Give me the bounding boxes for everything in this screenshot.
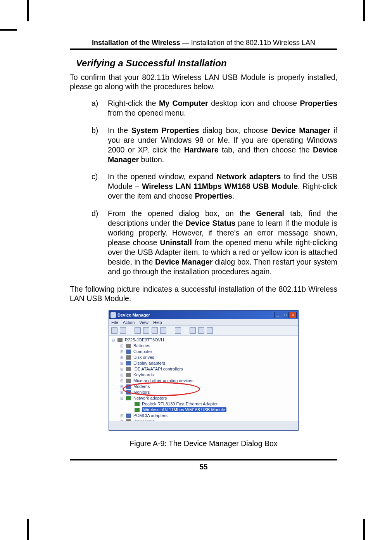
- tree-item[interactable]: ⊞Batteries: [111, 343, 296, 349]
- device-icon: [126, 390, 131, 395]
- page-header: Installation of the Wireless — Installat…: [70, 39, 337, 50]
- tree-item[interactable]: ⊞Display adapters: [111, 360, 296, 366]
- device-tree-pane: ⊟R225-JOE3TT3OVH⊞Batteries⊞Computer⊞Disk…: [109, 336, 298, 421]
- menubar: File Action View Help: [109, 319, 298, 326]
- device-icon: [135, 408, 140, 412]
- menu-action[interactable]: Action: [123, 320, 135, 325]
- tree-item-label: Network adapters: [133, 396, 167, 400]
- list-content: From the opened dialog box, on the Gener…: [108, 209, 337, 277]
- device-icon: [126, 367, 131, 371]
- list-content: Right-click the My Computer desktop icon…: [108, 99, 337, 118]
- properties-icon[interactable]: [143, 327, 149, 334]
- menu-view[interactable]: View: [139, 320, 149, 325]
- tree-item-label: Disk drives: [133, 355, 154, 360]
- device-icon: [126, 379, 131, 383]
- tree-item[interactable]: ⊞IDE ATA/ATAPI controllers: [111, 366, 296, 372]
- outro-paragraph: The following picture indicates a succes…: [70, 284, 337, 303]
- device-icon: [126, 361, 131, 365]
- tree-item[interactable]: Realtek RTL8139 Fast Ethernet Adapter: [111, 401, 296, 407]
- tree-item-label: Monitors: [133, 390, 150, 395]
- list-item: d)From the opened dialog box, on the Gen…: [92, 209, 337, 277]
- list-marker: a): [92, 99, 102, 118]
- menu-file[interactable]: File: [111, 320, 118, 325]
- list-item: c)In the opened window, expand Network a…: [92, 172, 337, 201]
- device-manager-screenshot: Device Manager _ □ × File Action View He…: [109, 310, 299, 431]
- tree-item-label: Display adapters: [133, 361, 165, 365]
- list-content: In the opened window, expand Network ada…: [108, 172, 337, 201]
- tree-item[interactable]: WirelessLAN 11Mbps WM168 USB Module: [111, 407, 296, 413]
- tree-item-label: Processors: [133, 419, 155, 421]
- app-icon: [111, 312, 116, 318]
- page-number: 55: [199, 463, 207, 471]
- list-marker: b): [92, 126, 102, 164]
- device-icon: [126, 373, 131, 377]
- uninstall-icon[interactable]: [190, 327, 196, 334]
- tree-item[interactable]: ⊞Modems: [111, 384, 296, 389]
- device-icon: [126, 419, 131, 421]
- intro-paragraph: To confirm that your 802.11b Wireless LA…: [70, 73, 337, 92]
- maximize-button[interactable]: □: [282, 312, 289, 318]
- tree-item[interactable]: ⊞Computer: [111, 349, 296, 355]
- tree-item[interactable]: ⊞Monitors: [111, 389, 296, 395]
- tree-item-label: Mice and other pointing devices: [133, 378, 193, 383]
- list-content: In the System Properties dialog box, cho…: [108, 126, 337, 164]
- scan-icon[interactable]: [175, 327, 181, 334]
- window-title: Device Manager: [117, 313, 273, 317]
- tree-item[interactable]: ⊞PCMCIA adapters: [111, 413, 296, 419]
- list-marker: d): [92, 209, 102, 277]
- tree-item-label: WirelessLAN 11Mbps WM168 USB Module: [142, 407, 226, 412]
- list-item: b)In the System Properties dialog box, c…: [92, 126, 337, 164]
- close-button[interactable]: ×: [290, 312, 297, 318]
- back-icon[interactable]: [111, 327, 117, 334]
- tree-item-label: IDE ATA/ATAPI controllers: [133, 367, 183, 371]
- menu-help[interactable]: Help: [153, 320, 162, 325]
- toolbar: [109, 326, 298, 336]
- tree-item-label: Computer: [133, 349, 152, 354]
- help-icon[interactable]: [160, 327, 166, 334]
- tree-item[interactable]: ⊟R225-JOE3TT3OVH: [111, 337, 296, 343]
- device-icon: [126, 414, 131, 418]
- device-icon: [126, 350, 131, 354]
- tree-item-label: PCMCIA adapters: [133, 413, 168, 418]
- list-item: a)Right-click the My Computer desktop ic…: [92, 99, 337, 118]
- device-icon: [126, 344, 131, 348]
- device-icon: [126, 396, 131, 400]
- section-title: Verifying a Successful Installation: [76, 58, 337, 69]
- tree-item-label: Modems: [133, 384, 150, 389]
- tree-item[interactable]: ⊞Disk drives: [111, 355, 296, 360]
- list-marker: c): [92, 172, 102, 201]
- device-icon: [126, 355, 131, 360]
- device-icon: [117, 338, 123, 342]
- statusbar: [109, 421, 298, 430]
- forward-icon[interactable]: [120, 327, 126, 334]
- tree-item-label: Realtek RTL8139 Fast Ethernet Adapter: [142, 402, 218, 406]
- tree-item[interactable]: ⊞Mice and other pointing devices: [111, 378, 296, 384]
- disable-icon[interactable]: [207, 327, 213, 334]
- tree-item-label: Batteries: [133, 343, 150, 348]
- instruction-list: a)Right-click the My Computer desktop ic…: [70, 99, 337, 277]
- device-icon: [126, 384, 131, 389]
- page-footer: 55: [70, 459, 337, 471]
- update-icon[interactable]: [198, 327, 204, 334]
- tree-item-label: Keyboards: [133, 372, 154, 377]
- figure-caption: Figure A-9: The Device Manager Dialog Bo…: [70, 439, 337, 448]
- window-titlebar: Device Manager _ □ ×: [109, 311, 298, 319]
- tree-item[interactable]: ⊞Keyboards: [111, 372, 296, 378]
- minimize-button[interactable]: _: [274, 312, 281, 318]
- tree-item[interactable]: ⊟Network adapters: [111, 395, 296, 401]
- device-icon: [135, 402, 140, 406]
- tree-item-label: R225-JOE3TT3OVH: [125, 338, 164, 342]
- tree-icon[interactable]: [135, 327, 141, 334]
- refresh-icon[interactable]: [152, 327, 158, 334]
